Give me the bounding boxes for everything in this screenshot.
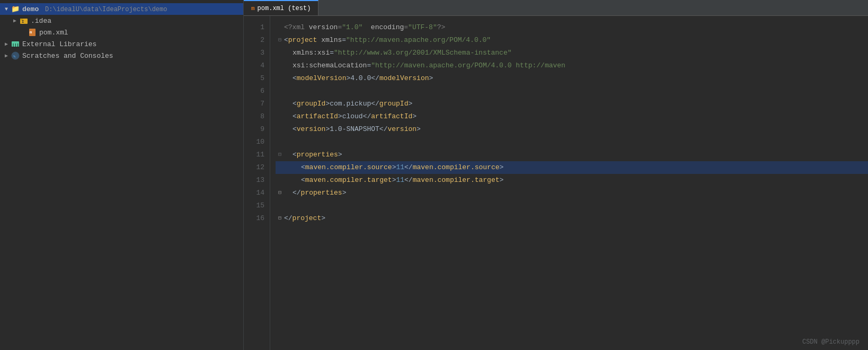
idea-folder-icon: I xyxy=(19,16,29,25)
code-line-6 xyxy=(276,85,868,98)
code-content[interactable]: <?xml version="1.0" encoding="UTF-8"?> ⊟… xyxy=(270,16,868,350)
code-line-13: <maven.compiler.target>11</maven.compile… xyxy=(276,174,868,187)
code-line-8: <artifactId>cloud</artifactId> xyxy=(276,110,868,123)
watermark: CSDN @Pickupppp xyxy=(802,338,860,346)
code-text-12: <maven.compiler.source>11</maven.compile… xyxy=(284,161,503,174)
line-num-9: 9 xyxy=(244,123,264,136)
line-num-6: 6 xyxy=(244,85,264,98)
code-text-14: </properties> xyxy=(284,187,346,199)
line-num-7: 7 xyxy=(244,98,264,110)
code-line-4: xsi:schemaLocation="http://maven.apache.… xyxy=(276,59,868,72)
editor-panel: m pom.xml (test) 1 2 3 4 5 6 7 8 9 10 11… xyxy=(244,0,868,350)
tree-item-label: pom.xml xyxy=(39,29,68,37)
ext-libs-icon: ||| xyxy=(11,39,20,49)
arrow-icon: ▼ xyxy=(2,5,11,13)
code-text-7: <groupId>com.pickup</groupId> xyxy=(284,98,412,110)
code-text-1: <?xml version="1.0" encoding="UTF-8"?> xyxy=(284,21,445,34)
code-text-11: <properties> xyxy=(284,148,342,161)
svg-text:|||: ||| xyxy=(12,43,19,47)
code-text-2: <project xmlns="http://maven.apache.org/… xyxy=(284,34,491,47)
line-num-16: 16 xyxy=(244,212,264,225)
code-line-5: <modelVersion>4.0.0</modelVersion> xyxy=(276,72,868,85)
code-line-9: <version>1.0-SNAPSHOT</version> xyxy=(276,123,868,136)
tab-bar: m pom.xml (test) xyxy=(244,0,868,16)
line-num-12: 12 xyxy=(244,161,264,174)
sidebar: ▼ 📁 demo D:\idealU\data\IdeaProjects\dem… xyxy=(0,0,244,350)
code-line-3: xmlns:xsi="http://www.w3.org/2001/XMLSch… xyxy=(276,47,868,59)
code-line-7: <groupId>com.pickup</groupId> xyxy=(276,98,868,110)
code-line-10 xyxy=(276,136,868,148)
tree-item-demo[interactable]: ▼ 📁 demo D:\idealU\data\IdeaProjects\dem… xyxy=(0,3,243,15)
line-num-3: 3 xyxy=(244,47,264,59)
code-text-4: xsi:schemaLocation="http://maven.apache.… xyxy=(284,59,565,72)
svg-text:I: I xyxy=(22,20,24,24)
code-line-14: ⊟ </properties> xyxy=(276,187,868,199)
tree-item-idea[interactable]: ▶ I .idea xyxy=(0,15,243,27)
line-num-11: 11 xyxy=(244,148,264,161)
line-num-1: 1 xyxy=(244,21,264,34)
fold-gutter-2[interactable]: ⊟ xyxy=(276,34,284,47)
code-line-11: ⊟ <properties> xyxy=(276,148,868,161)
line-num-10: 10 xyxy=(244,136,264,148)
code-line-16: ⊟ </project> xyxy=(276,212,868,225)
svg-text:✎: ✎ xyxy=(13,54,16,59)
line-num-13: 13 xyxy=(244,174,264,187)
pom-icon: m xyxy=(28,28,37,37)
code-text-13: <maven.compiler.target>11</maven.compile… xyxy=(284,174,503,187)
line-num-5: 5 xyxy=(244,72,264,85)
code-area: 1 2 3 4 5 6 7 8 9 10 11 12 13 14 15 16 <… xyxy=(244,16,868,350)
arrow-icon: ▶ xyxy=(2,51,11,60)
code-text-5: <modelVersion>4.0.0</modelVersion> xyxy=(284,72,433,85)
file-tree: ▼ 📁 demo D:\idealU\data\IdeaProjects\dem… xyxy=(0,0,243,350)
pom-tab-icon: m xyxy=(251,5,255,12)
code-line-12: <maven.compiler.source>11</maven.compile… xyxy=(276,161,868,174)
tree-item-ext-libs[interactable]: ▶ ||| External Libraries xyxy=(0,38,243,50)
tab-label: pom.xml (test) xyxy=(258,5,311,12)
scratches-icon: ✎ xyxy=(11,51,20,60)
code-line-2: ⊟ <project xmlns="http://maven.apache.or… xyxy=(276,34,868,47)
line-num-8: 8 xyxy=(244,110,264,123)
tree-item-label: External Libraries xyxy=(22,40,96,48)
tab-pom[interactable]: m pom.xml (test) xyxy=(244,0,318,15)
fold-gutter-14[interactable]: ⊟ xyxy=(276,187,284,199)
tree-item-label: .idea xyxy=(31,17,51,25)
tree-item-pom[interactable]: ▶ m pom.xml xyxy=(0,27,243,38)
tree-item-label: Scratches and Consoles xyxy=(22,52,113,60)
folder-icon: 📁 xyxy=(11,4,20,14)
code-text-9: <version>1.0-SNAPSHOT</version> xyxy=(284,123,421,136)
fold-gutter-16[interactable]: ⊟ xyxy=(276,212,284,225)
line-num-14: 14 xyxy=(244,187,264,199)
line-num-4: 4 xyxy=(244,59,264,72)
code-text-8: <artifactId>cloud</artifactId> xyxy=(284,110,417,123)
line-numbers: 1 2 3 4 5 6 7 8 9 10 11 12 13 14 15 16 xyxy=(244,16,270,350)
fold-gutter-11[interactable]: ⊟ xyxy=(276,148,284,161)
code-line-1: <?xml version="1.0" encoding="UTF-8"?> xyxy=(276,21,868,34)
arrow-icon: ▶ xyxy=(11,16,19,25)
tree-item-scratches[interactable]: ▶ ✎ Scratches and Consoles xyxy=(0,50,243,62)
code-text-16: </project> xyxy=(284,212,325,225)
line-num-2: 2 xyxy=(244,34,264,47)
code-text-3: xmlns:xsi="http://www.w3.org/2001/XMLSch… xyxy=(284,47,512,59)
code-line-15 xyxy=(276,199,868,212)
line-num-15: 15 xyxy=(244,199,264,212)
tree-item-label: demo D:\idealU\data\IdeaProjects\demo xyxy=(22,5,167,13)
arrow-icon: ▶ xyxy=(2,40,11,48)
svg-text:m: m xyxy=(30,30,32,34)
